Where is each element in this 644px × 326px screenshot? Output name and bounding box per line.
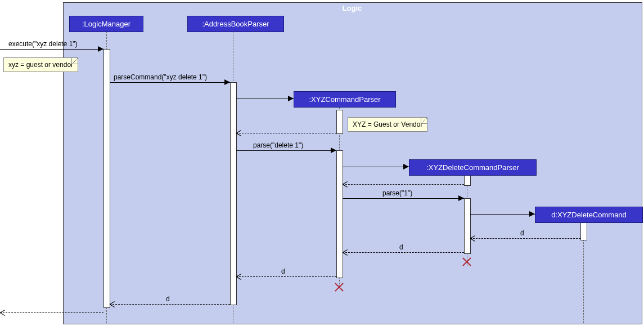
msg-label-parsecommand: parseCommand("xyz delete 1") (114, 73, 207, 81)
participant-xyzdeletecommand: d:XYZDeleteCommand (535, 207, 643, 223)
activation-xyzdeletecommandparser-1 (464, 175, 471, 186)
return-create-xyzdcp (343, 184, 464, 185)
arrow-icon (288, 96, 294, 101)
participant-addressbookparser: :AddressBookParser (187, 16, 284, 32)
frame-title: Logic (63, 2, 641, 12)
note-text: XYZ = Guest or Vendor (353, 120, 422, 128)
arrow-icon (343, 252, 348, 258)
msg-parse-1 (343, 198, 464, 199)
arrow-icon (470, 238, 476, 244)
participant-xyzcommandparser: :XYZCommandParser (294, 91, 396, 108)
return-d-3 (236, 276, 336, 277)
return-d-2 (343, 252, 464, 253)
return-d-4 (110, 304, 230, 305)
arrow-icon (458, 195, 464, 201)
msg-label-execute: execute("xyz delete 1") (8, 40, 78, 48)
msg-label-parse-1: parse("1") (382, 189, 412, 197)
msg-parse-delete1 (236, 150, 336, 151)
arrow-icon (0, 312, 6, 318)
participant-xyzdeletecommandparser: :XYZDeleteCommandParser (409, 159, 537, 176)
arrow-icon (236, 276, 242, 282)
return-label-d2: d (399, 243, 403, 251)
arrow-icon (343, 184, 348, 190)
msg-parsecommand (110, 82, 230, 83)
arrow-icon (331, 148, 336, 153)
arrow-icon (529, 211, 535, 217)
activation-xyzdeletecommand (580, 222, 587, 240)
return-d-1 (470, 238, 580, 239)
msg-create-xyzdc (470, 214, 535, 215)
logic-frame (63, 2, 642, 324)
note-xyz-uppercase: XYZ = Guest or Vendor (348, 117, 427, 132)
destroy-icon (334, 282, 345, 293)
arrow-icon (224, 79, 230, 85)
msg-create-xyzdcp (343, 167, 409, 167)
arrow-icon (110, 304, 115, 310)
note-text: xyz = guest or vendor (8, 61, 73, 69)
return-label-d1: d (520, 229, 524, 237)
arrow-icon (403, 164, 409, 169)
activation-logicmanager (103, 49, 110, 308)
return-label-d4: d (166, 295, 170, 303)
msg-label-parse-delete1: parse("delete 1") (253, 141, 303, 149)
return-external (0, 312, 103, 313)
activation-addressbookparser (230, 82, 237, 305)
msg-create-xyzcp (236, 99, 294, 99)
destroy-icon (461, 256, 472, 267)
activation-xyzcommandparser-1 (336, 110, 343, 134)
participant-logicmanager: :LogicManager (69, 16, 143, 32)
arrow-icon (98, 46, 103, 52)
note-xyz-lowercase: xyz = guest or vendor (3, 57, 78, 72)
return-create-xyzcp (236, 133, 336, 133)
msg-execute (0, 49, 103, 50)
arrow-icon (236, 133, 242, 139)
return-label-d3: d (281, 267, 285, 275)
activation-xyzcommandparser-2 (336, 150, 343, 278)
activation-xyzdeletecommandparser-2 (464, 198, 471, 254)
sequence-diagram: Logic :LogicManager :AddressBookParser :… (0, 0, 644, 326)
